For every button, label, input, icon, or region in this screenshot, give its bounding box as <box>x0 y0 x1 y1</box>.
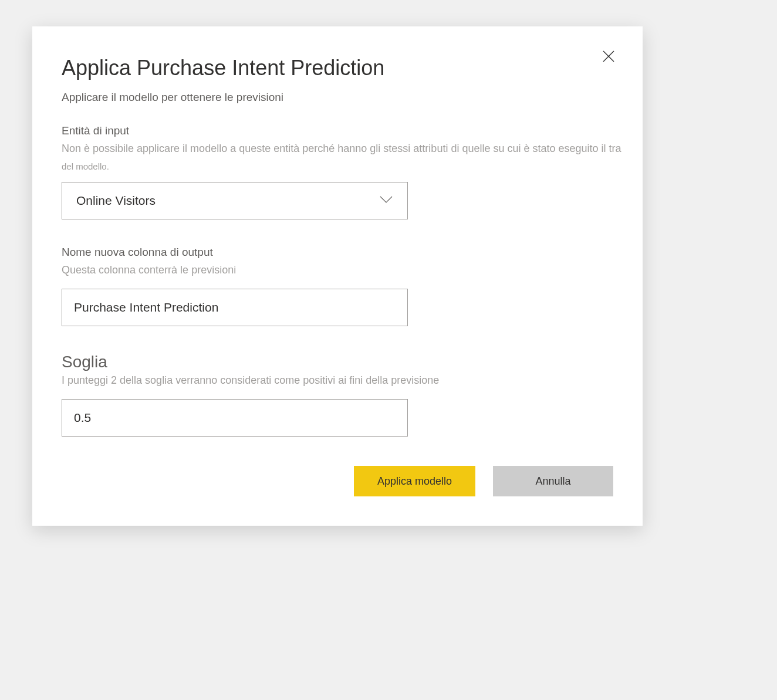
apply-model-dialog: Applica Purchase Intent Prediction Appli… <box>32 26 643 526</box>
close-button[interactable] <box>598 47 619 68</box>
dialog-button-row: Applica modello Annulla <box>32 466 643 496</box>
output-label: Nome nuova colonna di output <box>62 246 613 259</box>
close-icon <box>602 49 616 66</box>
entity-dropdown-value: Online Visitors <box>76 194 156 208</box>
entity-dropdown[interactable]: Online Visitors <box>62 182 408 219</box>
apply-button[interactable]: Applica modello <box>354 466 475 496</box>
cancel-button[interactable]: Annulla <box>493 466 613 496</box>
dialog-title: Applica Purchase Intent Prediction <box>62 56 613 80</box>
dialog-subtitle: Applicare il modello per ottenere le pre… <box>62 91 613 104</box>
threshold-title: Soglia <box>62 353 613 371</box>
entity-help-line1: Non è possibile applicare il modello a q… <box>62 141 613 157</box>
output-help: Questa colonna conterrà le previsioni <box>62 262 613 278</box>
threshold-help: I punteggi 2 della soglia verranno consi… <box>62 373 613 388</box>
entity-help-line2: del modello. <box>62 161 613 171</box>
entity-label: Entità di input <box>62 124 613 137</box>
chevron-down-icon <box>379 195 393 206</box>
threshold-input[interactable] <box>62 399 408 437</box>
output-column-input[interactable] <box>62 289 408 326</box>
